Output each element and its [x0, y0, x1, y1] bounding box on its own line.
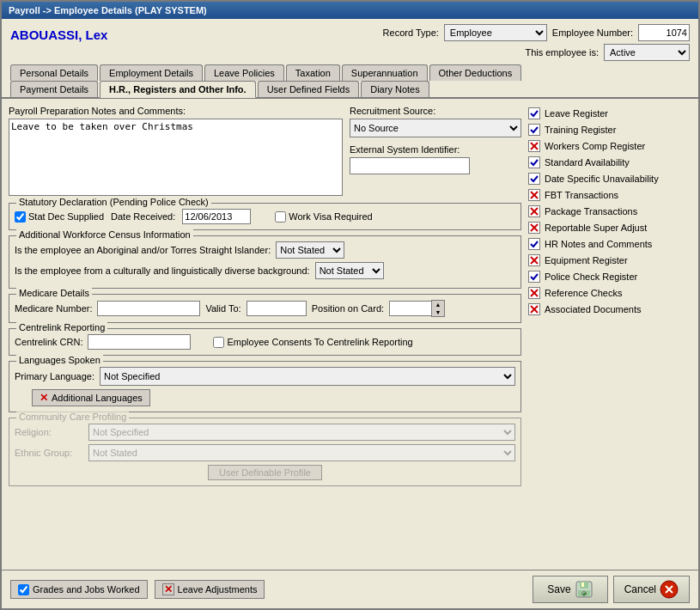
employee-name: ABOUASSI, Lex: [10, 27, 107, 42]
consent-label[interactable]: Employee Consents To Centrelink Reportin…: [213, 337, 412, 348]
register-item: Training Register: [528, 124, 691, 136]
title-bar: Payroll -> Employee Details (PLAY SYSTEM…: [2, 2, 698, 19]
tab-personal-details[interactable]: Personal Details: [10, 64, 98, 81]
work-visa-checkbox[interactable]: [275, 211, 286, 223]
register-checkbox[interactable]: [528, 254, 540, 266]
primary-lang-select[interactable]: Not Specified: [100, 367, 515, 386]
register-label: Reference Checks: [545, 288, 623, 298]
svg-rect-17: [581, 583, 584, 587]
register-item: Workers Comp Register: [528, 140, 691, 152]
medicare-row: Medicare Number: Valid To: Position on C…: [15, 300, 515, 317]
aboriginal-select[interactable]: Not Stated: [276, 241, 344, 259]
stat-dec-title: Statutory Declaration (Pending Police Ch…: [16, 197, 211, 207]
record-type-label: Record Type:: [383, 27, 439, 38]
register-label: Workers Comp Register: [545, 141, 645, 151]
employee-number-input[interactable]: [638, 24, 690, 41]
register-label: Standard Availability: [545, 157, 630, 168]
register-checkbox[interactable]: [528, 107, 540, 119]
tab-hr-registers[interactable]: H.R., Registers and Other Info.: [100, 81, 256, 98]
register-checkbox[interactable]: [528, 124, 540, 136]
tab-superannuation[interactable]: Superannuation: [342, 64, 428, 81]
tab-payment-details[interactable]: Payment Details: [10, 81, 98, 97]
register-label: HR Notes and Comments: [545, 239, 652, 249]
register-item: Associated Documents: [528, 303, 691, 315]
spinner-down[interactable]: ▼: [432, 308, 444, 316]
spinner-up[interactable]: ▲: [432, 301, 444, 308]
valid-to-label: Valid To:: [205, 303, 240, 314]
tab-diary-notes[interactable]: Diary Notes: [361, 81, 429, 97]
register-label: Equipment Register: [545, 255, 628, 265]
register-label: Date Specific Unavailability: [545, 174, 659, 184]
user-definable-profile-button[interactable]: User Definable Profile: [208, 465, 322, 480]
stat-dec-checkbox[interactable]: [15, 211, 26, 223]
status-label: This employee is:: [525, 47, 599, 58]
diverse-row: Is the employee from a culturally and li…: [15, 262, 515, 279]
ext-label: External System Identifier:: [350, 144, 521, 155]
consent-checkbox[interactable]: [213, 337, 224, 348]
register-checkbox[interactable]: [528, 140, 540, 152]
tab-leave-policies[interactable]: Leave Policies: [204, 64, 284, 81]
recruitment-label: Recruitment Source:: [350, 106, 521, 116]
tab-other-deductions[interactable]: Other Deductions: [429, 64, 522, 81]
stat-dec-group: Statutory Declaration (Pending Police Ch…: [9, 203, 521, 230]
ethnic-select[interactable]: Not Stated: [88, 444, 515, 461]
register-checkbox[interactable]: [528, 222, 540, 234]
register-checkbox[interactable]: [528, 287, 540, 299]
save-label: Save: [547, 583, 570, 595]
community-title: Community Care Profiling: [16, 412, 129, 422]
centrelink-row: Centrelink CRN: Employee Consents To Cen…: [15, 334, 515, 350]
community-group: Community Care Profiling Religion: Not S…: [9, 418, 521, 486]
add-lang-x-icon: ✕: [40, 392, 48, 404]
save-icon: [575, 580, 593, 599]
register-checkbox[interactable]: [528, 205, 540, 217]
religion-select[interactable]: Not Specified: [88, 424, 515, 441]
grades-label: Grades and Jobs Worked: [33, 584, 140, 595]
valid-to-input[interactable]: [247, 301, 307, 316]
tab-taxation[interactable]: Taxation: [286, 64, 340, 81]
date-received-input[interactable]: [182, 209, 251, 224]
languages-group: Languages Spoken Primary Language: Not S…: [9, 361, 521, 412]
grades-checkbox[interactable]: [18, 584, 29, 595]
position-input[interactable]: [389, 301, 432, 316]
status-row: This employee is: Active: [525, 44, 690, 61]
recruitment-select[interactable]: No Source: [350, 119, 521, 137]
primary-lang-label: Primary Language:: [15, 371, 94, 381]
register-checkbox[interactable]: [528, 189, 540, 201]
medicare-group: Medicare Details Medicare Number: Valid …: [9, 294, 521, 323]
add-lang-label: Additional Languages: [52, 393, 143, 403]
work-visa-label[interactable]: Work Visa Required: [275, 211, 372, 223]
cancel-button[interactable]: Cancel: [613, 576, 690, 603]
crn-label: Centrelink CRN:: [15, 337, 82, 347]
ethnic-label: Ethnic Group:: [15, 448, 83, 458]
medicare-number-input[interactable]: [97, 301, 200, 316]
leave-adj-label: Leave Adjustments: [178, 584, 258, 595]
status-select[interactable]: Active: [604, 44, 690, 61]
position-spinner: ▲ ▼: [389, 300, 445, 317]
main-content: Payroll Preparation Notes and Comments: …: [2, 99, 698, 570]
register-checkbox[interactable]: [528, 238, 540, 250]
add-languages-button[interactable]: ✕ Additional Languages: [32, 389, 150, 406]
ext-identifier-input[interactable]: [350, 157, 470, 174]
employee-number-label: Employee Number:: [552, 27, 633, 38]
stat-dec-supplied-label[interactable]: Stat Dec Supplied: [15, 211, 104, 223]
register-checkbox[interactable]: [528, 156, 540, 168]
register-checkbox[interactable]: [528, 271, 540, 283]
save-button[interactable]: Save: [533, 576, 607, 603]
record-type-row: Record Type: Employee Employee Number:: [383, 24, 690, 41]
main-window: Payroll -> Employee Details (PLAY SYSTEM…: [0, 0, 700, 610]
aboriginal-row: Is the employee an Aboriginal and/or Tor…: [15, 241, 515, 259]
diverse-label: Is the employee from a culturally and li…: [15, 265, 310, 276]
register-item: Package Transactions: [528, 205, 691, 217]
tab-employment-details[interactable]: Employment Details: [100, 64, 203, 81]
register-checkbox[interactable]: [528, 173, 540, 185]
crn-input[interactable]: [88, 334, 191, 350]
record-type-select[interactable]: Employee: [444, 24, 547, 41]
tab-user-defined-fields[interactable]: User Defined Fields: [258, 81, 360, 97]
tabs-area: Personal Details Employment Details Leav…: [2, 64, 698, 99]
religion-row: Religion: Not Specified: [15, 424, 515, 441]
diverse-select[interactable]: Not Stated: [315, 262, 384, 279]
register-label: Reportable Super Adjust: [545, 223, 647, 233]
register-checkbox[interactable]: [528, 303, 540, 315]
right-panel: Leave RegisterTraining RegisterWorkers C…: [528, 106, 691, 563]
notes-textarea[interactable]: Leave to be taken over Christmas: [9, 119, 343, 196]
